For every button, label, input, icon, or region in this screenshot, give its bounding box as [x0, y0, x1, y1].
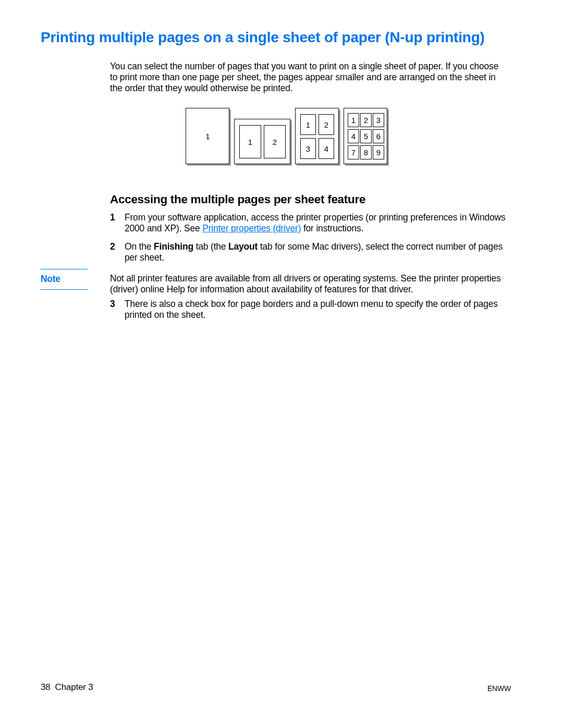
sheet-9up: 1 2 3 4 5 6 7 8 9: [344, 108, 387, 164]
note-divider: [41, 289, 88, 290]
cell-label: 4: [351, 132, 356, 141]
cell-label: 5: [364, 132, 368, 141]
note-label: Note: [41, 274, 60, 285]
step-text: There is also a check box for page borde…: [125, 299, 506, 320]
cell-label: 3: [376, 116, 381, 125]
step-number: 2: [110, 241, 125, 263]
sheet-1up: 1: [186, 108, 229, 164]
step-3: 3 There is also a check box for page bor…: [110, 299, 506, 320]
cell-label: 2: [273, 138, 277, 146]
step-text: for instructions.: [301, 223, 363, 233]
cell-label: 6: [376, 132, 381, 141]
cell-label: 1: [306, 120, 310, 129]
cell-label: 3: [306, 144, 310, 153]
note-divider: [41, 269, 88, 269]
chapter-label: Chapter 3: [55, 682, 93, 692]
intro-paragraph: You can select the number of pages that …: [110, 61, 506, 94]
language-code: ENWW: [487, 684, 511, 693]
cell-label: 2: [364, 116, 368, 125]
sheet-2up: 1 2: [234, 119, 290, 164]
page: Printing multiple pages on a single shee…: [0, 0, 563, 728]
cell-label: 7: [351, 148, 356, 157]
page-number: 38: [41, 682, 51, 692]
cell-label: 1: [248, 138, 252, 146]
bold-term: Finishing: [154, 241, 193, 252]
step-1: 1 From your software application, access…: [110, 212, 506, 234]
cell-label: 9: [376, 148, 381, 157]
cell-label: 4: [324, 144, 328, 153]
page-title: Printing multiple pages on a single shee…: [41, 29, 485, 46]
section-subtitle: Accessing the multiple pages per sheet f…: [110, 193, 365, 206]
printer-properties-link[interactable]: Printer properties (driver): [202, 223, 301, 233]
nup-diagram: 1 1 2 1 2 3 4 1 2 3 4 5 6 7 8: [186, 104, 394, 171]
step-number: 3: [110, 299, 125, 320]
cell-label: 1: [351, 116, 356, 125]
cell-label: 1: [205, 132, 210, 141]
cell-label: 8: [364, 148, 368, 157]
note-text: Not all printer features are available f…: [110, 273, 506, 295]
bold-term: Layout: [228, 241, 258, 252]
sheet-4up: 1 2 3 4: [295, 108, 339, 164]
steps-list: 1 From your software application, access…: [110, 212, 506, 270]
step-text: On the: [125, 241, 154, 252]
cell-label: 2: [324, 120, 328, 129]
step-2: 2 On the Finishing tab (the Layout tab f…: [110, 241, 506, 263]
step-number: 1: [110, 212, 125, 234]
step-text: tab (the: [193, 241, 228, 252]
